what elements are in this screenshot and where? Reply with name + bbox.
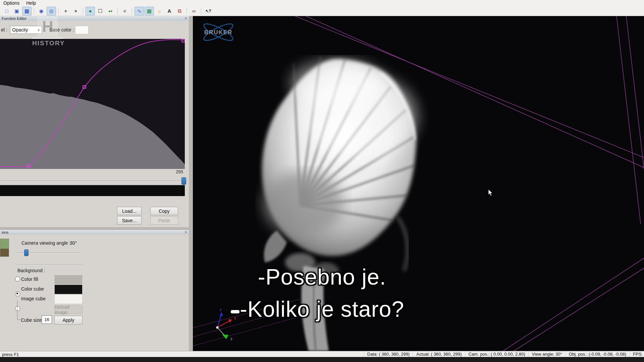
list-icon[interactable]: ≡: [120, 7, 129, 15]
context-help-icon[interactable]: ↖?: [204, 7, 213, 15]
mouse-cursor: [488, 189, 493, 196]
axis-origin: [216, 326, 219, 329]
options-panel-titlebar: ions: [0, 230, 189, 235]
base-color-label: Base color :: [49, 27, 74, 33]
histogram-icon[interactable]: ∿: [135, 7, 144, 15]
curve-control-point[interactable]: [27, 165, 30, 168]
menu-help[interactable]: Help: [23, 0, 39, 6]
render-sphere-icon[interactable]: ●: [86, 7, 95, 15]
bruker-logo: BRUKER: [199, 23, 239, 42]
toolbar-separator: [201, 8, 201, 14]
camera-angle-value: 30°: [70, 240, 77, 246]
selection-box-icon[interactable]: ☐: [96, 7, 105, 15]
range-slider-handle[interactable]: [181, 177, 186, 185]
toolbar-separator: [58, 8, 59, 14]
save-button[interactable]: Save...: [117, 216, 142, 225]
curve-control-point[interactable]: [182, 39, 185, 42]
opacity-histogram[interactable]: [0, 39, 185, 169]
channel-label: el :: [1, 27, 7, 33]
status-camera-position: Cam. pos.: ( 0.00, 0.00, 2.80): [465, 352, 525, 357]
toolbar-separator: [117, 8, 118, 14]
stereo-glasses-icon[interactable]: ∞: [189, 7, 199, 15]
options-panel-title: ions: [2, 230, 8, 234]
curve-control-point[interactable]: [83, 85, 86, 88]
options-panel-close-icon[interactable]: ×: [184, 230, 188, 234]
subtitle-line-2: -Koliko je staro?: [0, 296, 644, 322]
toolbar-separator: [132, 8, 132, 14]
image-icon[interactable]: ▦: [145, 7, 154, 15]
histogram-max-value: 255: [168, 169, 183, 174]
fill-color-icon[interactable]: ●▾: [106, 7, 115, 15]
pivot-icon[interactable]: ★: [71, 7, 80, 15]
toolbar-separator: [186, 8, 187, 14]
status-help-text: press F1: [2, 352, 19, 357]
toolbar-separator: [34, 8, 34, 14]
bottom-strip: [0, 357, 644, 362]
eye-visibility-icon[interactable]: ◎: [47, 7, 56, 15]
camera-angle-label: Camera viewing angle :: [21, 240, 70, 246]
volume-cube-icon[interactable]: ▩: [22, 7, 32, 15]
status-view-angle: View angle: 30°: [528, 352, 562, 357]
camera-angle-slider-handle[interactable]: [24, 249, 29, 256]
load-button[interactable]: Load...: [117, 207, 142, 215]
solid-cube-icon[interactable]: ▣: [12, 7, 21, 15]
subtitle-line-1: -Posebno je.: [0, 264, 644, 290]
move-icon[interactable]: +: [61, 7, 70, 15]
channel-select[interactable]: Opacity ∨: [10, 26, 42, 34]
chevron-down-icon: ∨: [37, 28, 40, 32]
bruker-logo-text: BRUKER: [204, 29, 233, 36]
shell-highlight: [290, 60, 384, 107]
application-window: Options Help □ ▣ ▩ ◉ ◎ + ★ ● ☐ ●▾ ≡ ∿ ▦ …: [0, 0, 644, 362]
image-thumbnail-icon: [0, 239, 9, 257]
status-bar: press F1 Data: ( 360, 360, 299) Actual: …: [0, 351, 644, 357]
lightbulb-icon[interactable]: ☼: [155, 7, 164, 15]
function-editor-close-icon[interactable]: ×: [184, 16, 188, 20]
text-annotation-icon[interactable]: A: [165, 7, 174, 15]
channel-select-value: Opacity: [12, 27, 28, 33]
toolbar: □ ▣ ▩ ◉ ◎ + ★ ● ☐ ●▾ ≡ ∿ ▦ ☼ A ⧉ ∞ ↖?: [0, 6, 644, 16]
status-readouts: Data: ( 360, 360, 299) Actual: ( 360, 36…: [361, 351, 643, 357]
copy-button[interactable]: Copy: [150, 207, 178, 215]
function-editor-title: Function Editor: [2, 16, 26, 20]
menu-bar: Options Help: [0, 0, 644, 6]
shell-petal: [264, 231, 287, 262]
status-actual-size: Actual: ( 360, 360, 299): [413, 352, 462, 357]
colormap-preview-bar[interactable]: [0, 185, 185, 196]
toolbar-separator: [83, 8, 83, 14]
menu-options[interactable]: Options: [0, 0, 23, 6]
status-object-position: Obj. pos.: (-0.09, -0.08, -0.08): [565, 352, 626, 357]
status-data-size: Data: ( 360, 360, 299): [364, 352, 410, 357]
shell-core-shading: [263, 172, 344, 236]
radio-color-cube[interactable]: [15, 291, 20, 296]
eye-icon[interactable]: ◉: [37, 7, 46, 15]
opacity-histogram-canvas: [0, 39, 185, 169]
axis-z-label: z: [230, 337, 232, 341]
function-editor-titlebar: Function Editor: [0, 16, 189, 21]
wireframe-cube-icon[interactable]: □: [2, 7, 11, 15]
range-slider-track[interactable]: [1, 181, 185, 181]
shell-wisp: [397, 217, 408, 271]
base-color-swatch[interactable]: [75, 26, 89, 34]
histogram-area: [0, 85, 185, 169]
transform-icon[interactable]: ⧉: [175, 7, 184, 15]
paste-button: Paste: [150, 216, 178, 225]
status-fps: FPS:: [629, 352, 643, 357]
